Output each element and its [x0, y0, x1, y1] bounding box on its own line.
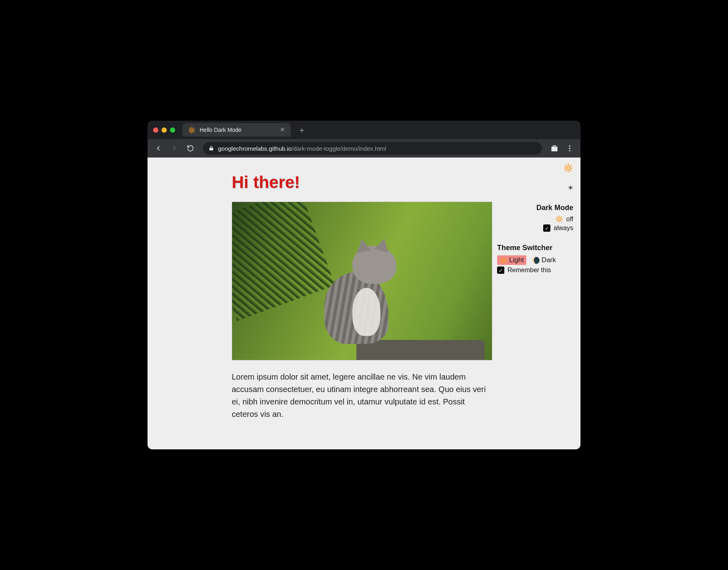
theme-switcher-widget: Theme Switcher 🔆 Light 🌘 Dark Re [497, 244, 573, 274]
tab-strip: 🔆 Hello Dark Mode ✕ ＋ [148, 121, 580, 139]
theme-option-light[interactable]: 🔆 Light [497, 255, 526, 265]
theme-remember-row[interactable]: Remember this [497, 267, 573, 274]
tab-close-icon[interactable]: ✕ [280, 127, 285, 133]
sun-icon: 🔆 [563, 163, 573, 173]
browser-toolbar: googlechromelabs.github.io/dark-mode-tog… [148, 139, 580, 158]
url-text: googlechromelabs.github.io/dark-mode-tog… [218, 145, 386, 152]
theme-option-dark-label: Dark [542, 256, 556, 264]
dark-mode-widget: Dark Mode 🔆 off always [497, 204, 573, 232]
corner-sun-toggle[interactable]: 🔆 [497, 163, 573, 173]
svg-point-0 [569, 146, 570, 147]
address-bar[interactable]: googlechromelabs.github.io/dark-mode-tog… [203, 142, 542, 155]
sun-icon: 🔆 [555, 215, 563, 223]
theme-option-dark[interactable]: 🌘 Dark [530, 255, 558, 265]
url-path: /dark-mode-toggle/demo/index.html [291, 145, 386, 152]
checkbox-checked-icon[interactable] [543, 224, 550, 232]
theme-remember-label: Remember this [508, 267, 551, 274]
page-viewport[interactable]: Hi there! Lorem ipsum dolor sit amet, le… [148, 158, 580, 449]
side-panel: 🔆 ☀ Dark Mode 🔆 off always [497, 163, 573, 275]
chrome-menu-button[interactable] [563, 141, 576, 155]
corner-brightness-toggle[interactable]: ☀ [497, 184, 573, 192]
brightness-icon: ☀ [568, 184, 573, 192]
svg-point-1 [569, 148, 570, 149]
moon-icon: 🌘 [532, 257, 540, 264]
window-zoom-button[interactable] [170, 127, 175, 133]
theme-option-light-label: Light [509, 256, 524, 264]
dark-mode-always-label: always [554, 224, 573, 232]
theme-options-row: 🔆 Light 🌘 Dark [497, 255, 573, 265]
window-close-button[interactable] [153, 127, 158, 133]
dark-mode-title: Dark Mode [497, 204, 573, 212]
new-tab-button[interactable]: ＋ [296, 124, 307, 135]
extensions-button[interactable] [548, 141, 561, 155]
forward-button[interactable] [168, 141, 181, 155]
url-host: googlechromelabs.github.io [218, 145, 291, 152]
dark-mode-always-row[interactable]: always [497, 224, 573, 232]
checkbox-checked-icon[interactable] [497, 267, 504, 274]
dark-mode-status-label: off [566, 216, 574, 223]
lock-icon [208, 146, 214, 151]
browser-window: 🔆 Hello Dark Mode ✕ ＋ googlechromelabs.g… [148, 121, 580, 449]
page-content: Hi there! Lorem ipsum dolor sit amet, le… [148, 158, 580, 437]
sun-icon: 🔆 [499, 257, 508, 264]
back-button[interactable] [152, 141, 165, 155]
window-controls [153, 127, 175, 133]
dark-mode-status-row[interactable]: 🔆 off [497, 215, 573, 223]
page-heading: Hi there! [232, 173, 492, 192]
svg-point-2 [569, 150, 570, 151]
main-column: Hi there! Lorem ipsum dolor sit amet, le… [232, 166, 492, 420]
hero-image-kitten [232, 202, 492, 360]
tab-favicon-sun-icon: 🔆 [188, 127, 196, 133]
tab-title: Hello Dark Mode [200, 127, 276, 133]
window-minimize-button[interactable] [162, 127, 167, 133]
theme-switcher-title: Theme Switcher [497, 244, 573, 252]
browser-tab[interactable]: 🔆 Hello Dark Mode ✕ [182, 123, 291, 137]
body-paragraph: Lorem ipsum dolor sit amet, legere ancil… [232, 371, 488, 420]
reload-button[interactable] [184, 141, 197, 155]
